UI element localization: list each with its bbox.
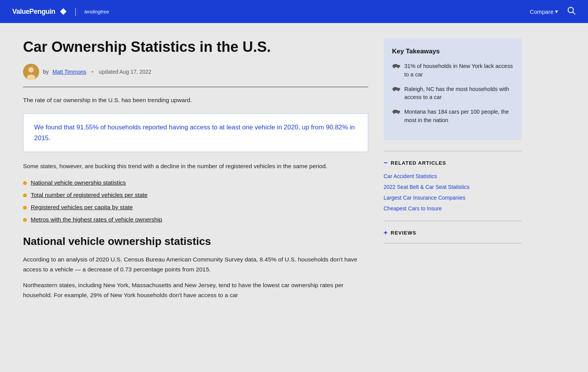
section1-paragraph1: According to an analysis of 2020 U.S. Ce… <box>23 255 368 274</box>
reviews-toggle[interactable]: + <box>384 229 388 237</box>
diamond-icon <box>60 8 67 15</box>
svg-rect-12 <box>394 87 397 89</box>
reviews-header: + REVIEWS <box>384 229 522 237</box>
author-by: by <box>43 69 49 75</box>
avatar <box>23 64 39 80</box>
toc-link-2[interactable]: Total number of registered vehicles per … <box>31 192 148 198</box>
related-articles-header: − RELATED ARTICLES <box>384 159 522 167</box>
header-nav: Compare ▾ <box>530 7 576 17</box>
key-takeaways-title: Key Takeaways <box>392 48 513 55</box>
compare-button[interactable]: Compare ▾ <box>530 8 558 15</box>
author-name[interactable]: Matt Timmons <box>53 69 86 75</box>
key-takeaways-box: Key Takeaways 31% of households in New Y… <box>384 38 522 140</box>
valuepenguin-logo: ValuePenguin <box>12 8 55 16</box>
svg-rect-8 <box>394 64 397 66</box>
author-dot: • <box>92 69 94 75</box>
reviews-divider <box>384 243 522 243</box>
takeaway-item-3: Montana has 184 cars per 100 people, the… <box>392 108 513 125</box>
svg-text:lendingtree: lendingtree <box>84 9 109 15</box>
car-icon-2 <box>392 86 400 91</box>
toc-link-4[interactable]: Metros with the highest rates of vehicle… <box>31 216 162 223</box>
svg-point-14 <box>398 90 399 91</box>
avatar-image <box>23 64 39 80</box>
svg-rect-16 <box>394 110 397 112</box>
header-logo-group: ValuePenguin | lendingtree <box>12 7 127 17</box>
related-articles-title: RELATED ARTICLES <box>391 160 446 166</box>
svg-line-3 <box>573 12 575 14</box>
svg-point-5 <box>28 67 34 73</box>
toc-bullet-3 <box>23 206 27 210</box>
highlight-text: We found that 91.55% of households repor… <box>34 122 357 143</box>
related-link-4[interactable]: Cheapest Cars to Insure <box>384 205 522 212</box>
chevron-down-icon: ▾ <box>555 8 558 15</box>
takeaway-item-2: Raleigh, NC has the most households with… <box>392 85 513 102</box>
toc-item-3: Registered vehicles per capita by state <box>23 204 368 211</box>
toc-item-4: Metros with the highest rates of vehicle… <box>23 216 368 223</box>
toc-item-1: National vehicle ownership statistics <box>23 179 368 186</box>
lendingtree-logo: lendingtree <box>84 7 127 17</box>
author-row: by Matt Timmons • updated Aug 17, 2022 <box>23 64 368 80</box>
related-articles-toggle[interactable]: − <box>384 159 388 167</box>
takeaway-text-3: Montana has 184 cars per 100 people, the… <box>404 108 513 125</box>
car-icon-1 <box>392 63 400 68</box>
car-icon-3 <box>392 109 400 114</box>
search-button[interactable] <box>567 7 576 17</box>
takeaway-item-1: 31% of households in New York lack acces… <box>392 62 513 79</box>
lendingtree-svg: lendingtree <box>84 7 127 15</box>
toc-link-1[interactable]: National vehicle ownership statistics <box>31 179 126 186</box>
main-content: Car Ownership Statistics in the U.S. by … <box>23 38 384 306</box>
body-text-1: Some states, however, are bucking this t… <box>23 161 368 171</box>
toc-bullet-2 <box>23 193 27 197</box>
svg-point-9 <box>394 67 395 68</box>
reviews-title: REVIEWS <box>391 230 417 236</box>
takeaway-text-2: Raleigh, NC has the most households with… <box>404 85 513 102</box>
svg-point-17 <box>394 112 395 114</box>
author-divider <box>23 87 368 87</box>
svg-point-13 <box>394 90 395 91</box>
page-container: Car Ownership Statistics in the U.S. by … <box>0 23 588 322</box>
reviews-section: + REVIEWS <box>384 221 522 243</box>
section1-heading: National vehicle ownership statistics <box>23 235 368 248</box>
related-link-2[interactable]: 2022 Seat Belt & Car Seat Statistics <box>384 184 522 190</box>
highlight-box: We found that 91.55% of households repor… <box>23 113 368 152</box>
toc-item-2: Total number of registered vehicles per … <box>23 192 368 198</box>
takeaway-text-1: 31% of households in New York lack acces… <box>404 62 513 79</box>
site-header: ValuePenguin | lendingtree Compare ▾ <box>0 0 588 23</box>
toc-link-3[interactable]: Registered vehicles per capita by state <box>31 204 133 211</box>
related-articles-section: − RELATED ARTICLES Car Accident Statisti… <box>384 151 522 212</box>
svg-point-18 <box>398 112 399 114</box>
toc-bullet-4 <box>23 218 27 222</box>
author-date: updated Aug 17, 2022 <box>99 69 152 75</box>
svg-rect-0 <box>60 8 67 15</box>
sidebar: Key Takeaways 31% of households in New Y… <box>384 38 522 243</box>
article-title: Car Ownership Statistics in the U.S. <box>23 38 368 56</box>
intro-text: The rate of car ownership in the U.S. ha… <box>23 96 368 105</box>
table-of-contents: National vehicle ownership statistics To… <box>23 179 368 223</box>
related-link-3[interactable]: Largest Car Insurance Companies <box>384 195 522 201</box>
logo-divider: | <box>74 7 77 17</box>
compare-label: Compare <box>530 8 553 15</box>
section1-paragraph2: Northeastern states, including New York,… <box>23 280 368 300</box>
search-icon <box>567 7 576 15</box>
svg-point-10 <box>398 67 399 68</box>
toc-bullet-1 <box>23 181 27 185</box>
related-link-1[interactable]: Car Accident Statistics <box>384 173 522 179</box>
